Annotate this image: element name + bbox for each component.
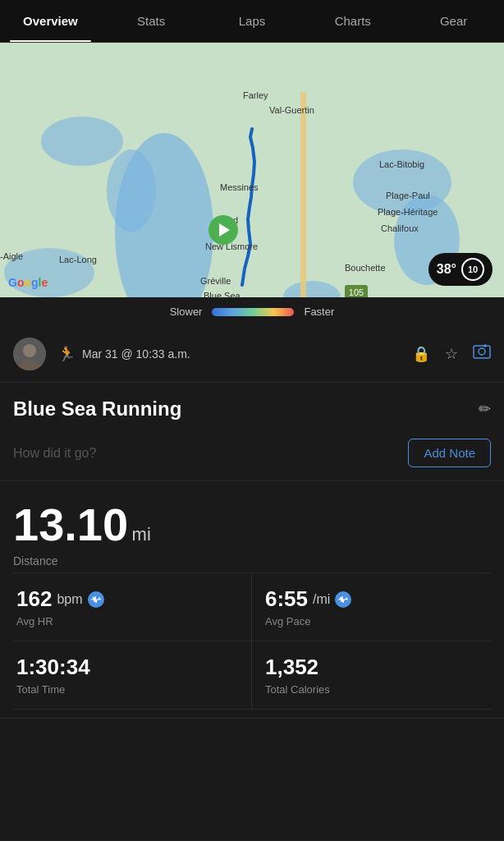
tab-stats[interactable]: Stats bbox=[101, 0, 202, 42]
speed-legend: Slower Faster bbox=[0, 297, 504, 326]
slower-label: Slower bbox=[170, 306, 203, 318]
svg-text:New Lismore: New Lismore bbox=[205, 241, 258, 251]
svg-text:Plage-Paul: Plage-Paul bbox=[386, 191, 430, 200]
total-calories-cell: 1,352 Total Calories bbox=[252, 641, 491, 710]
svg-point-2 bbox=[41, 117, 123, 166]
total-time-label: Total Time bbox=[16, 683, 238, 696]
svg-point-26 bbox=[23, 344, 36, 357]
avg-hr-value-display: 162 bpm bbox=[16, 586, 238, 612]
tab-overview[interactable]: Overview bbox=[0, 0, 101, 42]
svg-text:Chalifoux: Chalifoux bbox=[381, 223, 419, 233]
stats-section: 13.10 mi Distance 162 bpm Avg HR 6:55 /m bbox=[0, 481, 504, 719]
top-navigation: Overview Stats Laps Charts Gear bbox=[0, 0, 504, 43]
stats-grid: 162 bpm Avg HR 6:55 /mi bbox=[13, 572, 491, 710]
wind-circle: 10 bbox=[461, 258, 484, 281]
speed-gradient-bar bbox=[212, 308, 294, 316]
svg-text:105: 105 bbox=[349, 287, 364, 297]
avg-pace-cell: 6:55 /mi Avg Pace bbox=[252, 573, 491, 641]
google-logo: Google bbox=[8, 276, 48, 289]
run-icon: 🏃 bbox=[57, 345, 76, 363]
svg-point-1 bbox=[107, 149, 156, 232]
activity-date: Mar 31 @ 10:33 a.m. bbox=[82, 347, 190, 361]
total-calories-number: 1,352 bbox=[265, 655, 318, 680]
svg-text:Messines: Messines bbox=[220, 182, 259, 192]
avg-pace-value-display: 6:55 /mi bbox=[265, 586, 488, 612]
title-section: Blue Sea Running ✏ bbox=[0, 383, 504, 430]
avg-pace-number: 6:55 bbox=[265, 586, 308, 612]
svg-text:Farley: Farley bbox=[243, 90, 268, 100]
svg-text:Plage-Héritage: Plage-Héritage bbox=[378, 207, 438, 217]
tab-charts[interactable]: Charts bbox=[302, 0, 403, 42]
svg-point-5 bbox=[283, 281, 341, 297]
distance-label: Distance bbox=[13, 554, 491, 568]
svg-point-29 bbox=[479, 348, 485, 355]
avg-hr-number: 162 bbox=[16, 586, 52, 612]
distance-stat: 13.10 mi Distance bbox=[13, 498, 491, 568]
svg-text:Lac-Bitobig: Lac-Bitobig bbox=[379, 159, 424, 169]
total-time-number: 1:30:34 bbox=[16, 655, 90, 680]
svg-rect-8 bbox=[300, 92, 306, 297]
edit-icon[interactable]: ✏ bbox=[479, 400, 491, 418]
total-calories-value-display: 1,352 bbox=[265, 655, 488, 680]
note-placeholder[interactable]: How did it go? bbox=[13, 446, 96, 461]
total-calories-label: Total Calories bbox=[265, 683, 488, 696]
total-time-cell: 1:30:34 Total Time bbox=[13, 641, 252, 710]
add-photo-icon[interactable] bbox=[473, 343, 491, 365]
svg-text:Val-Guertin: Val-Guertin bbox=[269, 105, 314, 115]
map-area[interactable]: 105 Farley Val-Guertin Lac-Bitobig Plage… bbox=[0, 43, 504, 297]
activity-actions: 🔒 ☆ bbox=[412, 343, 491, 365]
distance-value-display: 13.10 mi bbox=[13, 498, 491, 551]
avg-pace-unit: /mi bbox=[313, 592, 330, 607]
distance-unit: mi bbox=[132, 524, 151, 545]
note-section: How did it go? Add Note bbox=[0, 430, 504, 481]
activity-meta: 🏃 Mar 31 @ 10:33 a.m. bbox=[57, 345, 401, 363]
avg-hr-cell: 162 bpm Avg HR bbox=[13, 573, 252, 641]
tab-gear[interactable]: Gear bbox=[403, 0, 504, 42]
svg-text:Bouchette: Bouchette bbox=[345, 263, 386, 273]
avg-hr-unit: bpm bbox=[57, 592, 82, 607]
avg-hr-label: Avg HR bbox=[16, 615, 238, 627]
svg-text:Lac-Long: Lac-Long bbox=[59, 255, 97, 264]
lock-icon[interactable]: 🔒 bbox=[412, 345, 430, 363]
faster-label: Faster bbox=[304, 306, 334, 318]
star-icon[interactable]: ☆ bbox=[445, 345, 458, 363]
activity-title: Blue Sea Running bbox=[13, 398, 181, 420]
hr-live-icon bbox=[88, 591, 104, 608]
user-avatar[interactable] bbox=[13, 338, 46, 370]
map-svg: 105 Farley Val-Guertin Lac-Bitobig Plage… bbox=[0, 43, 504, 297]
tab-laps[interactable]: Laps bbox=[202, 0, 303, 42]
svg-text:Blue Sea: Blue Sea bbox=[204, 291, 241, 297]
pace-live-icon bbox=[335, 591, 351, 608]
temperature-value: 38° bbox=[437, 262, 456, 277]
avg-pace-label: Avg Pace bbox=[265, 615, 488, 627]
map-play-button[interactable] bbox=[208, 215, 238, 245]
temperature-badge: 38° 10 bbox=[428, 253, 493, 286]
activity-header: 🏃 Mar 31 @ 10:33 a.m. 🔒 ☆ bbox=[0, 326, 504, 383]
total-time-value-display: 1:30:34 bbox=[16, 655, 238, 680]
svg-text:-Aigle: -Aigle bbox=[0, 251, 23, 261]
svg-text:Gréville: Gréville bbox=[200, 276, 231, 286]
add-note-button[interactable]: Add Note bbox=[408, 439, 491, 467]
distance-number: 13.10 bbox=[13, 499, 128, 550]
